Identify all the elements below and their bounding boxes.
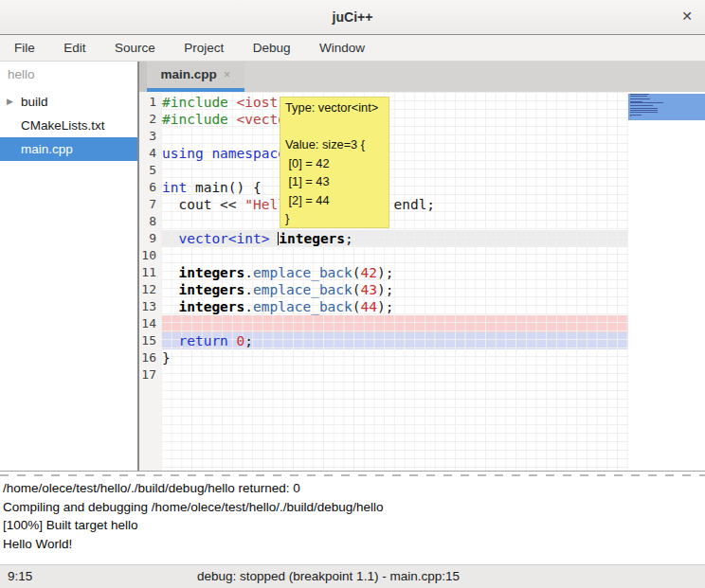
tooltip-item-2: [2] = 44 bbox=[285, 191, 389, 210]
line-number[interactable]: 6 bbox=[139, 179, 161, 196]
code-line[interactable] bbox=[161, 366, 628, 383]
title-bar[interactable]: juCi++ ✕ bbox=[0, 0, 705, 35]
code-line[interactable]: #include <vector> bbox=[161, 111, 628, 128]
code-line[interactable]: integers.emplace_back(44); bbox=[161, 298, 628, 315]
menu-debug[interactable]: Debug bbox=[241, 35, 303, 61]
editor-content: main.cpp× 1234567891011121314151617 #inc… bbox=[139, 62, 705, 471]
line-number[interactable]: 17 bbox=[139, 366, 161, 383]
tree-item-label: CMakeLists.txt bbox=[21, 114, 105, 137]
code-editor[interactable]: 1234567891011121314151617 #include <iost… bbox=[139, 92, 705, 471]
main-body: hello ▶ build CMakeLists.txt main.cpp ma… bbox=[0, 62, 705, 471]
minimap-code-line bbox=[630, 112, 658, 113]
minimap-visible-region[interactable] bbox=[628, 94, 705, 120]
code-line[interactable]: vector<int> integers; bbox=[161, 230, 628, 247]
tooltip-blank-line bbox=[285, 117, 389, 136]
line-number[interactable]: 16 bbox=[139, 349, 161, 366]
pane-resize-handle[interactable] bbox=[0, 471, 705, 477]
line-number[interactable]: 15 bbox=[139, 332, 161, 349]
project-tree-panel: hello ▶ build CMakeLists.txt main.cpp bbox=[0, 62, 139, 471]
line-number[interactable]: 14 bbox=[139, 315, 161, 332]
output-panel: /home/olece/test/hello/./build/debug/hel… bbox=[0, 477, 705, 564]
close-icon[interactable]: ✕ bbox=[681, 9, 693, 24]
tooltip-type-line: Type: vector<int> bbox=[285, 98, 389, 117]
tab-maincpp[interactable]: main.cpp× bbox=[147, 62, 244, 88]
project-root-label: hello bbox=[8, 67, 35, 81]
line-number[interactable]: 13 bbox=[139, 298, 161, 315]
code-line[interactable]: integers.emplace_back(43); bbox=[161, 281, 628, 298]
tooltip-close-brace: } bbox=[285, 209, 389, 228]
status-bar: 9:15 debug: stopped (breakpoint 1.1) - m… bbox=[0, 564, 705, 588]
cursor-position: 9:15 bbox=[8, 569, 32, 583]
line-number[interactable]: 7 bbox=[139, 196, 161, 213]
minimap-code-line bbox=[630, 98, 650, 99]
code-line[interactable] bbox=[161, 162, 628, 179]
line-number[interactable]: 12 bbox=[139, 281, 161, 298]
output-line: Hello World! bbox=[3, 535, 705, 554]
code-line[interactable]: return 0; bbox=[161, 332, 628, 349]
tree-item-maincpp[interactable]: main.cpp bbox=[0, 137, 137, 161]
line-number[interactable]: 4 bbox=[139, 145, 161, 162]
code-line[interactable]: integers.emplace_back(42); bbox=[161, 264, 628, 281]
code-line[interactable]: cout << "Hello World!" << endl; bbox=[161, 196, 628, 213]
tree-item-build[interactable]: ▶ build bbox=[0, 90, 137, 114]
line-number[interactable]: 3 bbox=[139, 128, 161, 145]
tooltip-item-1: [1] = 43 bbox=[285, 172, 389, 191]
menu-bar: File Edit Source Project Debug Window bbox=[0, 35, 705, 62]
line-number[interactable]: 11 bbox=[139, 264, 161, 281]
tab-bar: main.cpp× bbox=[139, 62, 705, 92]
debug-status: debug: stopped (breakpoint 1.1) - main.c… bbox=[197, 569, 460, 583]
tree-item-label: main.cpp bbox=[21, 137, 73, 161]
code-line[interactable]: } bbox=[161, 349, 628, 366]
code-line[interactable]: int main() { bbox=[161, 179, 628, 196]
minimap-code-line bbox=[630, 102, 663, 103]
line-number-gutter[interactable]: 1234567891011121314151617 bbox=[139, 94, 161, 471]
code-line[interactable] bbox=[161, 128, 628, 145]
debug-value-tooltip: Type: vector<int> Value: size=3 { [0] = … bbox=[280, 97, 389, 228]
code-line[interactable]: #include <iostream> bbox=[161, 94, 628, 111]
line-number[interactable]: 1 bbox=[139, 94, 161, 111]
line-number[interactable]: 9 bbox=[139, 230, 161, 247]
minimap-code-line bbox=[630, 116, 631, 116]
menu-project[interactable]: Project bbox=[172, 35, 236, 61]
app-window: juCi++ ✕ File Edit Source Project Debug … bbox=[0, 0, 705, 588]
minimap-code-line bbox=[630, 96, 647, 97]
code-line[interactable] bbox=[161, 247, 628, 264]
tab-bar-corner bbox=[139, 62, 147, 92]
menu-edit[interactable]: Edit bbox=[51, 35, 98, 61]
output-line: Compiling and debugging /home/olece/test… bbox=[3, 498, 705, 517]
minimap[interactable] bbox=[628, 92, 705, 471]
line-number[interactable]: 8 bbox=[139, 213, 161, 230]
tab-close-icon[interactable]: × bbox=[224, 67, 231, 81]
tab-label: main.cpp bbox=[161, 67, 217, 81]
tree-item-cmakelists[interactable]: CMakeLists.txt bbox=[0, 114, 137, 137]
expander-icon[interactable]: ▶ bbox=[7, 90, 13, 114]
window-title: juCi++ bbox=[0, 9, 705, 25]
tooltip-value-line: Value: size=3 { bbox=[285, 135, 389, 154]
menu-file[interactable]: File bbox=[2, 35, 47, 61]
code-line[interactable]: using namespace std; bbox=[161, 145, 628, 162]
code-line[interactable] bbox=[161, 213, 628, 230]
tooltip-item-0: [0] = 42 bbox=[285, 154, 389, 173]
output-line: [100%] Built target hello bbox=[3, 516, 705, 535]
code-line[interactable] bbox=[161, 315, 628, 332]
line-number[interactable]: 2 bbox=[139, 111, 161, 128]
output-line: /home/olece/test/hello/./build/debug/hel… bbox=[3, 479, 705, 498]
code-text[interactable]: #include <iostream>#include <vector>usin… bbox=[161, 94, 628, 383]
menu-window[interactable]: Window bbox=[307, 35, 377, 61]
menu-source[interactable]: Source bbox=[102, 35, 168, 61]
tree-item-label: build bbox=[21, 90, 48, 114]
line-number[interactable]: 10 bbox=[139, 247, 161, 264]
minimap-code-line bbox=[630, 105, 653, 106]
line-number[interactable]: 5 bbox=[139, 162, 161, 179]
minimap-code-line bbox=[630, 115, 642, 116]
pane-handle-dashes bbox=[0, 474, 705, 476]
